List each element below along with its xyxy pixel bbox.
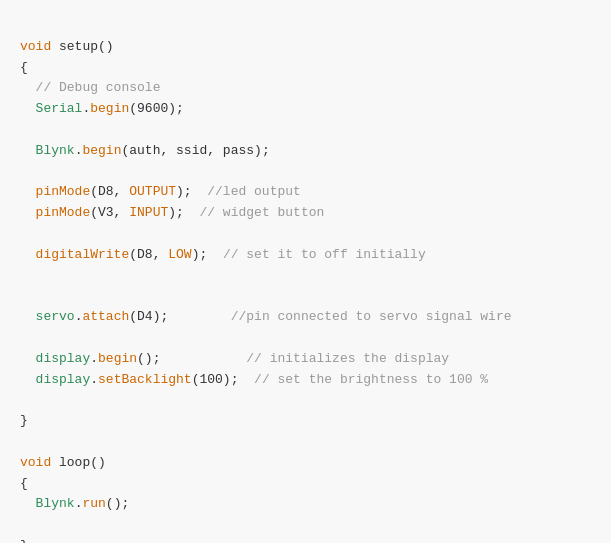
display-object-1: display bbox=[36, 351, 91, 366]
pinmode-end-2: ); bbox=[168, 205, 199, 220]
pinmode-end-1: ); bbox=[176, 184, 207, 199]
brace-open-2: { bbox=[20, 476, 28, 491]
display-setbacklight: setBacklight bbox=[98, 372, 192, 387]
indent-6 bbox=[20, 247, 36, 262]
dw-end: ); bbox=[192, 247, 223, 262]
servo-object: servo bbox=[36, 309, 75, 324]
indent-3 bbox=[20, 143, 36, 158]
pinmode-paren-1: (D8, bbox=[90, 184, 129, 199]
dot-4: . bbox=[90, 351, 98, 366]
input-keyword: INPUT bbox=[129, 205, 168, 220]
output-keyword: OUTPUT bbox=[129, 184, 176, 199]
pinmode-1: pinMode bbox=[36, 184, 91, 199]
serial-object: Serial bbox=[36, 101, 83, 116]
servo-attach: attach bbox=[82, 309, 129, 324]
dot-5: . bbox=[90, 372, 98, 387]
blynk-object-2: Blynk bbox=[36, 496, 75, 511]
blynk-run: run bbox=[82, 496, 105, 511]
servo-args: (D4); bbox=[129, 309, 230, 324]
keyword-void-loop: void bbox=[20, 455, 51, 470]
keyword-void-setup: void bbox=[20, 39, 51, 54]
display-begin: begin bbox=[98, 351, 137, 366]
pinmode-paren-2: (V3, bbox=[90, 205, 129, 220]
comment-widget: // widget button bbox=[199, 205, 324, 220]
indent-8 bbox=[20, 351, 36, 366]
digital-write: digitalWrite bbox=[36, 247, 130, 262]
brace-open-1: { bbox=[20, 60, 28, 75]
blynk-begin: begin bbox=[82, 143, 121, 158]
func-loop: loop() bbox=[51, 455, 106, 470]
comment-led: //led output bbox=[207, 184, 301, 199]
comment-brightness: // set the brightness to 100 % bbox=[254, 372, 488, 387]
comment-off: // set it to off initially bbox=[223, 247, 426, 262]
serial-begin-args: (9600); bbox=[129, 101, 184, 116]
indent-2 bbox=[20, 101, 36, 116]
code-editor: void setup() { // Debug console Serial.b… bbox=[0, 0, 611, 543]
pinmode-2: pinMode bbox=[36, 205, 91, 220]
comment-servo: //pin connected to servo signal wire bbox=[231, 309, 512, 324]
comment-display-init: // initializes the display bbox=[246, 351, 449, 366]
display-bl-args: (100); bbox=[192, 372, 254, 387]
indent-9 bbox=[20, 372, 36, 387]
dw-paren: (D8, bbox=[129, 247, 168, 262]
blynk-object-1: Blynk bbox=[36, 143, 75, 158]
blynk-begin-args: (auth, ssid, pass); bbox=[121, 143, 269, 158]
func-setup: setup() bbox=[51, 39, 113, 54]
comment-debug: // Debug console bbox=[36, 80, 161, 95]
serial-begin: begin bbox=[90, 101, 129, 116]
low-keyword: LOW bbox=[168, 247, 191, 262]
indent-10 bbox=[20, 496, 36, 511]
brace-close-2: } bbox=[20, 538, 28, 543]
indent-4 bbox=[20, 184, 36, 199]
brace-close-1: } bbox=[20, 413, 28, 428]
blynk-run-args: (); bbox=[106, 496, 129, 511]
indent-1 bbox=[20, 80, 36, 95]
indent-5 bbox=[20, 205, 36, 220]
display-object-2: display bbox=[36, 372, 91, 387]
indent-7 bbox=[20, 309, 36, 324]
display-begin-args: (); bbox=[137, 351, 246, 366]
code-content: void setup() { // Debug console Serial.b… bbox=[20, 16, 591, 543]
